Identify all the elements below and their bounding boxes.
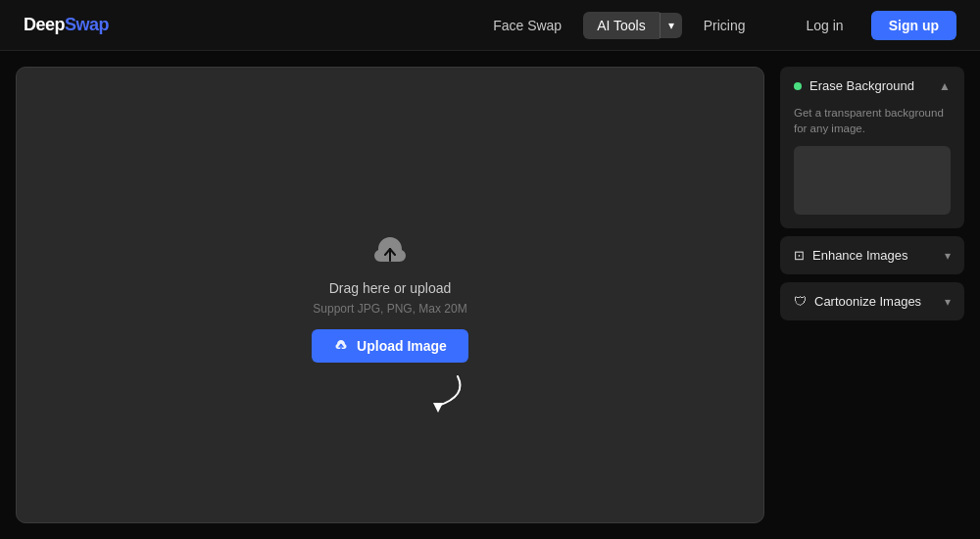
enhance-chevron-icon: ▾ (945, 249, 951, 263)
nav-ai-tools-button[interactable]: AI Tools (583, 12, 660, 39)
cartoonize-chevron-icon: ▾ (945, 295, 951, 309)
nav-face-swap[interactable]: Face Swap (479, 12, 575, 39)
header-right: Log in Sign up (791, 11, 956, 40)
upload-area[interactable]: Drag here or upload Support JPG, PNG, Ma… (16, 67, 764, 523)
erase-background-body: Get a transparent background for any ima… (780, 105, 964, 228)
erase-preview-image (794, 146, 951, 215)
erase-status-dot (794, 82, 802, 90)
support-text: Support JPG, PNG, Max 20M (313, 302, 466, 316)
nav-ai-tools-group: AI Tools ▾ (583, 12, 682, 39)
enhance-images-header[interactable]: ⊡ Enhance Images ▾ (780, 236, 964, 274)
drag-text: Drag here or upload (329, 280, 452, 296)
erase-background-title: Erase Background (809, 78, 914, 93)
svg-marker-2 (433, 403, 443, 413)
main-content: Drag here or upload Support JPG, PNG, Ma… (0, 51, 980, 539)
header: DeepSwap Face Swap AI Tools ▾ Pricing Lo… (0, 0, 980, 51)
cartoonize-images-header[interactable]: 🛡 Cartoonize Images ▾ (780, 282, 964, 320)
enhance-icon: ⊡ (794, 248, 805, 263)
erase-chevron-icon: ▲ (939, 79, 951, 93)
erase-background-header[interactable]: Erase Background ▲ (780, 67, 964, 105)
erase-background-card: Erase Background ▲ Get a transparent bac… (780, 67, 964, 228)
login-button[interactable]: Log in (791, 11, 859, 40)
nav-ai-tools-dropdown[interactable]: ▾ (660, 13, 682, 38)
nav-pricing[interactable]: Pricing (690, 12, 760, 39)
cartoonize-images-card: 🛡 Cartoonize Images ▾ (780, 282, 964, 320)
signup-button[interactable]: Sign up (871, 11, 956, 40)
nav: Face Swap AI Tools ▾ Pricing (479, 12, 759, 39)
cartoonize-images-title: Cartoonize Images (814, 294, 921, 309)
upload-icon (333, 338, 349, 354)
upload-button-label: Upload Image (357, 338, 447, 354)
erase-description: Get a transparent background for any ima… (794, 105, 951, 136)
enhance-images-title: Enhance Images (812, 248, 908, 263)
sidebar: Erase Background ▲ Get a transparent bac… (780, 67, 964, 523)
cloud-upload-icon (364, 227, 416, 270)
logo: DeepSwap (24, 15, 109, 35)
cartoonize-icon: 🛡 (794, 294, 807, 309)
upload-button[interactable]: Upload Image (312, 329, 468, 363)
enhance-images-card: ⊡ Enhance Images ▾ (780, 236, 964, 274)
arrow-annotation (379, 371, 467, 420)
